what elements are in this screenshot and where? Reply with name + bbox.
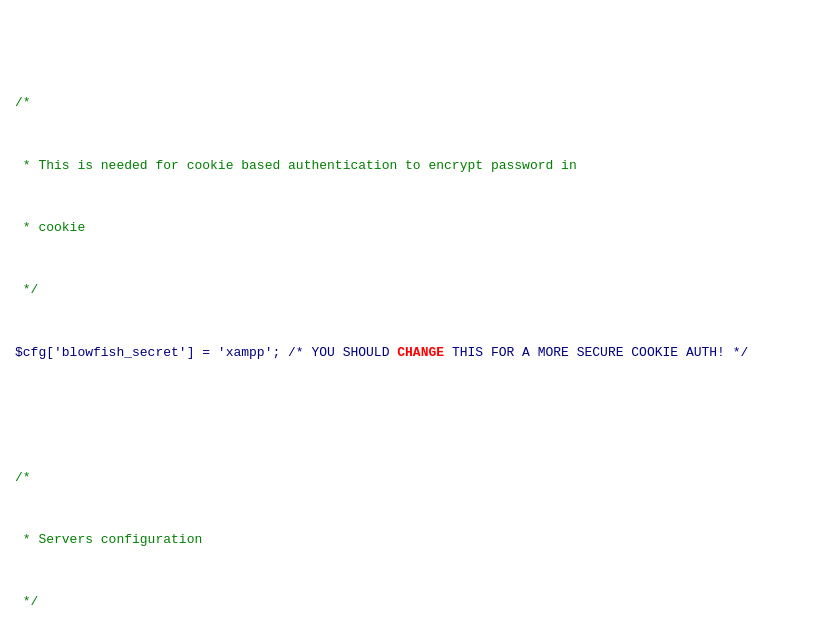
code-line: [15, 405, 799, 426]
code-line: $cfg['blowfish_secret'] = 'xampp'; /* YO…: [15, 343, 799, 364]
code-line: * cookie: [15, 218, 799, 239]
code-line: */: [15, 280, 799, 301]
code-line: /*: [15, 93, 799, 114]
code-line: * This is needed for cookie based authen…: [15, 156, 799, 177]
code-block: /* * This is needed for cookie based aut…: [15, 10, 799, 619]
code-line: */: [15, 592, 799, 613]
code-line: /* * This is needed for cookie based aut…: [15, 52, 799, 619]
code-line: /*: [15, 468, 799, 489]
code-line: * Servers configuration: [15, 530, 799, 551]
